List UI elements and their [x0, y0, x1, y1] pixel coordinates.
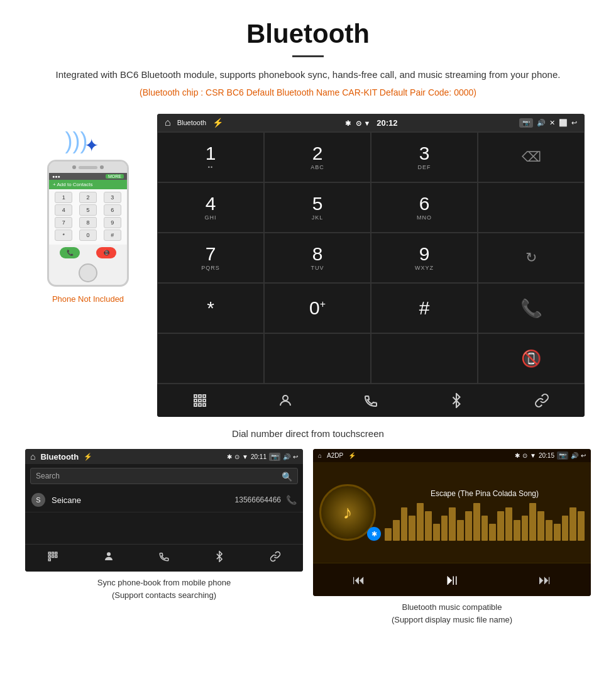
phone-not-included-label: Phone Not Included: [52, 294, 124, 304]
music-album-area: ♪ ✱: [319, 484, 376, 541]
dp-call-red-cell[interactable]: 📵: [478, 333, 585, 384]
dp-call-green-cell[interactable]: 📞: [478, 283, 585, 333]
phone-key-7[interactable]: 7: [55, 217, 72, 228]
hu-back-icon[interactable]: ↩: [571, 119, 577, 127]
svg-rect-6: [194, 404, 197, 406]
phone-key-9[interactable]: 9: [104, 217, 121, 228]
music-home-icon[interactable]: ⌂: [318, 452, 322, 459]
music-bar: [449, 507, 456, 541]
hu-contacts-icon[interactable]: [273, 393, 298, 408]
music-status-bar: ⌂ A2DP ⚡ ✱ ⊙ ▼ 20:15 📷 🔊 ↩: [313, 449, 591, 462]
svg-rect-12: [55, 552, 57, 554]
dp-empty-3: ↻: [478, 233, 585, 283]
svg-rect-8: [203, 404, 206, 406]
phone-call-red-btn[interactable]: 📵: [96, 247, 116, 258]
phonebook-block: ⌂ Bluetooth ⚡ ✱ ⊙ ▼ 20:11 📷 🔊 ↩ Search 🔍: [25, 449, 303, 626]
phone-key-hash[interactable]: #: [104, 230, 121, 241]
pb-home-icon[interactable]: ⌂: [30, 451, 35, 462]
pb-search-placeholder: Search: [36, 472, 60, 480]
dp-key-2[interactable]: 2 ABC: [264, 132, 371, 182]
dp-key-7[interactable]: 7 PQRS: [157, 233, 264, 283]
hu-dialpad-icon[interactable]: [187, 393, 212, 408]
pb-contact-row[interactable]: S Seicane 13566664466 📞: [25, 488, 303, 512]
svg-rect-7: [199, 404, 201, 406]
hu-home-icon[interactable]: ⌂: [165, 117, 171, 128]
music-back-icon[interactable]: ↩: [581, 452, 586, 459]
pb-link-icon[interactable]: [270, 551, 281, 565]
dp-backspace-icon[interactable]: ⌫: [522, 149, 541, 165]
music-song-title: Escape (The Pina Colada Song): [385, 489, 585, 498]
music-content: ♪ ✱ Escape (The Pina Colada Song): [313, 462, 591, 563]
hu-volume-icon[interactable]: 🔊: [537, 119, 546, 127]
dp-key-0[interactable]: 0+: [264, 283, 371, 333]
music-next-button[interactable]: ⏭: [539, 573, 551, 587]
phone-side: ))) ✦ ●●● MORE + Add to Contacts 1 2 3: [31, 133, 145, 304]
phone-keypad-row-1: 1 2 3: [52, 192, 124, 203]
bluetooth-waves-area: ))) ✦: [78, 133, 99, 156]
music-location-icon: ⊙: [522, 452, 527, 459]
music-bar: [489, 524, 496, 541]
dialpad-caption: Dial number direct from touchscreen: [0, 423, 616, 449]
dp-key-3[interactable]: 3 DEF: [371, 132, 478, 182]
pb-person-icon[interactable]: [103, 551, 114, 565]
music-block: ⌂ A2DP ⚡ ✱ ⊙ ▼ 20:15 📷 🔊 ↩: [313, 449, 591, 626]
phone-key-8[interactable]: 8: [79, 217, 97, 228]
dp-key-5[interactable]: 5 JKL: [264, 182, 371, 233]
music-caption: Bluetooth music compatible(Support displ…: [392, 601, 512, 626]
dp-empty-1: ⌫: [478, 132, 585, 182]
music-camera-btn[interactable]: 📷: [557, 451, 568, 460]
phone-home-button[interactable]: [79, 263, 97, 282]
pb-camera-btn[interactable]: 📷: [269, 453, 280, 461]
hu-close-icon[interactable]: ✕: [549, 119, 555, 127]
hu-link-icon[interactable]: [529, 393, 554, 408]
music-bar: [569, 507, 576, 541]
pb-status-right: ✱ ⊙ ▼ 20:11 📷 🔊 ↩: [227, 451, 298, 462]
hu-phone-icon[interactable]: [358, 393, 383, 408]
dp-key-9[interactable]: 9 WXYZ: [371, 233, 478, 283]
hu-camera-button[interactable]: 📷: [519, 118, 533, 128]
svg-rect-13: [48, 556, 50, 558]
pb-dialpad-icon[interactable]: [47, 551, 58, 565]
phone-keypad-row-4: * 0 #: [52, 230, 124, 241]
music-bluetooth-icon: ✱: [515, 452, 520, 459]
pb-bluetooth-icon[interactable]: [214, 551, 225, 565]
music-bar: [497, 511, 504, 541]
pb-contact-name: Seicane: [52, 495, 235, 505]
phone-key-0[interactable]: 0: [79, 230, 97, 241]
music-time: 20:15: [539, 452, 554, 459]
pb-search-input[interactable]: Search 🔍: [30, 468, 298, 484]
dp-key-star[interactable]: *: [157, 283, 264, 333]
music-prev-button[interactable]: ⏮: [353, 573, 365, 587]
dp-refresh-icon[interactable]: ↻: [525, 250, 537, 266]
dp-key-6[interactable]: 6 MNO: [371, 182, 478, 233]
music-status-right: ✱ ⊙ ▼ 20:15 📷 🔊 ↩: [515, 451, 586, 460]
phone-key-1[interactable]: 1: [55, 192, 72, 203]
pb-time: 20:11: [251, 453, 267, 460]
pb-back-icon[interactable]: ↩: [293, 453, 298, 460]
dp-key-hash[interactable]: #: [371, 283, 478, 333]
pb-bluetooth-icon: ✱: [227, 453, 232, 460]
phone-key-2[interactable]: 2: [79, 192, 97, 203]
dp-key-4[interactable]: 4 GHI: [157, 182, 264, 233]
phone-key-5[interactable]: 5: [79, 204, 97, 216]
music-play-pause-button[interactable]: ⏯: [444, 571, 459, 589]
dp-key-8[interactable]: 8 TUV: [264, 233, 371, 283]
phone-key-star[interactable]: *: [55, 230, 72, 241]
phone-key-3[interactable]: 3: [104, 192, 121, 203]
phone-camera-dot: [72, 165, 76, 169]
phone-key-4[interactable]: 4: [55, 204, 72, 216]
dp-key-1[interactable]: 1 ••: [157, 132, 264, 182]
music-note-icon: ♪: [343, 502, 353, 523]
music-bar: [433, 524, 440, 541]
hu-bluetooth-toolbar-icon[interactable]: [444, 393, 469, 408]
music-bar: [546, 520, 553, 541]
music-volume-icon[interactable]: 🔊: [571, 452, 578, 459]
hu-status-bar: ⌂ Bluetooth ⚡ ✱ ⊙ ▼ 20:12 📷 🔊 ✕ ⬜ ↩: [157, 114, 585, 131]
phone-call-green-btn[interactable]: 📞: [60, 247, 80, 258]
hu-fullscreen-icon[interactable]: ⬜: [559, 119, 568, 127]
pb-phone-icon[interactable]: [158, 551, 170, 565]
phone-key-6[interactable]: 6: [104, 204, 121, 216]
pb-volume-icon[interactable]: 🔊: [283, 453, 290, 460]
pb-call-row-icon[interactable]: 📞: [286, 495, 297, 505]
svg-point-9: [283, 396, 288, 401]
